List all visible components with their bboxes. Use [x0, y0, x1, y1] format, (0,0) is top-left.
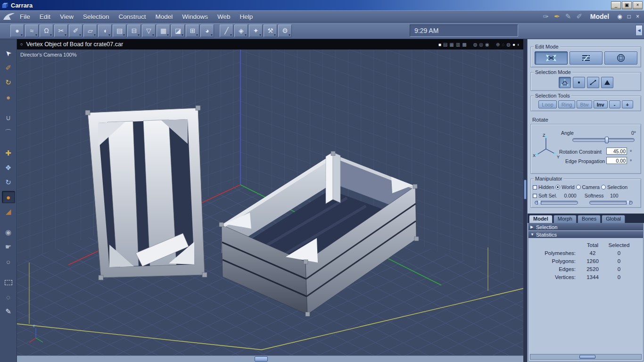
menu-item-model[interactable]: Model	[150, 13, 177, 20]
viewport-3d-scene[interactable]: z	[17, 49, 523, 355]
bend-tool-icon[interactable]: ◈	[234, 25, 248, 37]
sparkle-tool-icon[interactable]: ✦	[249, 25, 263, 37]
minimize-button[interactable]: _	[611, 1, 621, 9]
translate-tool-icon[interactable]: ✚	[2, 147, 15, 159]
viewport-canvas[interactable]: Director's Camera 100%	[17, 49, 523, 355]
world-radio[interactable]	[555, 185, 560, 189]
tab-global[interactable]: Global	[602, 215, 625, 223]
eye-icon[interactable]: ◉	[617, 13, 622, 20]
select-face-mode-button[interactable]	[601, 77, 613, 88]
orbit-tool-icon[interactable]: ◕	[200, 25, 214, 37]
sphere-tool-icon[interactable]: ●	[2, 91, 15, 103]
rotate-manip-icon[interactable]: ↻	[2, 176, 15, 189]
marquee-select-icon[interactable]	[2, 276, 15, 288]
crate-model-left[interactable]	[85, 106, 207, 280]
loop-button[interactable]: Loop	[538, 100, 556, 108]
ring-button[interactable]: Ring	[558, 100, 576, 108]
dome-tool-icon[interactable]: ◖	[98, 25, 112, 37]
horizontal-scrollbar-thumb[interactable]	[255, 356, 268, 362]
model-room-icon[interactable]: ✒	[554, 12, 560, 21]
edit-mode-vertex-button[interactable]	[535, 51, 568, 65]
select-vertex-mode-button[interactable]	[573, 77, 585, 88]
zoom-icon[interactable]: ○	[2, 255, 15, 268]
axes-display-icon[interactable]: ⊕	[496, 42, 500, 47]
panel-scrollbar-thumb[interactable]	[579, 355, 595, 359]
pan-hand-icon[interactable]: ☛	[2, 241, 15, 253]
render-room-icon[interactable]: ✐	[576, 12, 582, 21]
invert-button[interactable]: Inv	[594, 100, 608, 108]
vertical-scrollbar[interactable]	[523, 39, 527, 362]
lasso-icon[interactable]: ◌	[2, 291, 15, 303]
vertical-scrollbar-thumb[interactable]	[524, 180, 527, 199]
softness-slider-thumb[interactable]	[626, 201, 630, 205]
tab-morph[interactable]: Morph	[553, 215, 577, 223]
selection-radio[interactable]	[601, 185, 606, 189]
panel-collapse-button[interactable]: ◀	[636, 25, 643, 36]
menu-item-construct[interactable]: Construct	[114, 13, 151, 20]
close-button[interactable]: ×	[633, 1, 643, 9]
globe-wire-icon-3[interactable]: ◉	[485, 42, 489, 47]
globe-wire-icon-1[interactable]: ◍	[473, 42, 478, 47]
layout-grid-icon[interactable]: ▩	[462, 42, 466, 47]
extrude-tool-icon[interactable]: ⊟	[127, 25, 141, 37]
menu-item-edit[interactable]: Edit	[35, 13, 55, 20]
box-tool-icon[interactable]: ◪	[171, 25, 185, 37]
rotation-constraint-input[interactable]	[606, 148, 627, 155]
statistics-section-header[interactable]: ▼ Statistics	[528, 231, 643, 238]
lathe-tool-icon[interactable]: Ω	[40, 25, 53, 37]
menu-item-web[interactable]: Web	[213, 13, 235, 20]
tab-model[interactable]: Model	[529, 215, 553, 223]
layout-columns-icon[interactable]: ▥	[456, 42, 460, 47]
soft-selection-slider-thumb[interactable]	[537, 201, 541, 205]
restore-button[interactable]: ▣	[622, 1, 632, 9]
layout-four-icon[interactable]: ▦	[449, 42, 454, 47]
spline-tool-icon[interactable]: ≈	[25, 25, 39, 37]
between-button[interactable]: Btw	[577, 100, 592, 108]
menu-item-file[interactable]: File	[15, 13, 35, 20]
panel-restore-icon[interactable]: □	[627, 13, 631, 20]
angle-slider-thumb[interactable]	[605, 137, 609, 143]
knife-tool-icon[interactable]: ✐	[69, 25, 83, 37]
ramp-tool-icon[interactable]: ◢	[2, 206, 15, 218]
move-tool-icon[interactable]: ❖	[2, 162, 15, 174]
shaded-sphere-icon[interactable]: ●	[512, 42, 515, 47]
soft-selection-slider[interactable]	[535, 201, 578, 205]
layout-single-icon[interactable]: ■	[438, 42, 441, 47]
pencil-icon[interactable]: ✎	[2, 305, 15, 318]
edit-mode-edge-button[interactable]	[570, 51, 603, 65]
edge-propagation-input[interactable]	[606, 157, 627, 164]
select-edge-mode-button[interactable]	[587, 77, 599, 88]
wire-sphere-icon[interactable]: ◍	[506, 42, 511, 47]
shrink-selection-button[interactable]: -	[609, 100, 620, 108]
panel-horizontal-scrollbar[interactable]	[530, 354, 642, 360]
dart-tool-icon[interactable]: ✐	[2, 62, 15, 74]
softness-slider[interactable]	[589, 201, 633, 205]
horizontal-scrollbar[interactable]	[17, 355, 523, 362]
funnel-tool-icon[interactable]: ▽	[142, 25, 156, 37]
menu-item-windows[interactable]: Windows	[177, 13, 213, 20]
selection-section-header[interactable]: ▶ Selection	[528, 223, 643, 230]
gear-tool-icon[interactable]: ⚙	[278, 25, 292, 37]
dotted-sphere-icon[interactable]: ◌	[502, 42, 504, 47]
select-arrow-icon[interactable]: ➤	[2, 47, 15, 59]
dither-tool-icon[interactable]: ▦	[157, 25, 170, 37]
scissors-tool-icon[interactable]: ✂	[54, 25, 68, 37]
camera-radio[interactable]	[576, 185, 581, 189]
clipboard-tool-icon[interactable]: ⊞	[186, 25, 199, 37]
globe-wire-icon-2[interactable]: ◎	[479, 42, 483, 47]
sphere-primitive-tool-icon[interactable]: ●	[10, 25, 24, 37]
marquee-tool-icon[interactable]: ▱	[83, 25, 97, 37]
menu-item-help[interactable]: Help	[235, 13, 257, 20]
texture-room-icon[interactable]: ✎	[565, 12, 571, 21]
camera-icon[interactable]: ◉	[2, 226, 15, 239]
angle-slider[interactable]	[572, 138, 635, 142]
assemble-room-icon[interactable]: ✑	[543, 12, 549, 21]
stamp-tool-icon[interactable]: ▤	[113, 25, 126, 37]
menu-item-view[interactable]: View	[55, 13, 78, 20]
soft-selection-checkbox[interactable]	[533, 194, 537, 198]
magnet-icon[interactable]: ∪	[2, 112, 15, 124]
rotate-tool-icon[interactable]: ↻	[2, 76, 15, 89]
hotpoint-tool-icon[interactable]: ●	[2, 191, 15, 203]
arc-tool-icon[interactable]: ⌒	[2, 126, 15, 139]
hidden-checkbox[interactable]	[533, 185, 537, 189]
